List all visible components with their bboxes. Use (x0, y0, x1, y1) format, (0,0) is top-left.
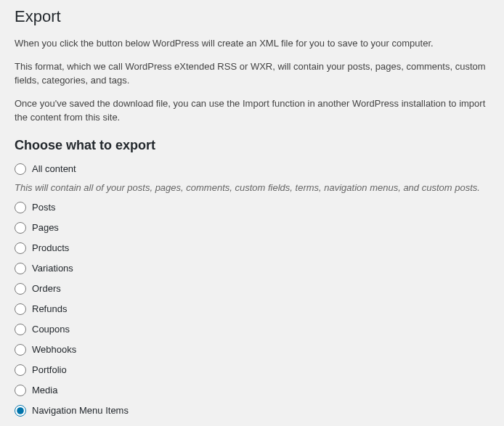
radio-posts[interactable] (15, 202, 26, 213)
radio-label-orders[interactable]: Orders (32, 283, 61, 294)
radio-label-webhooks[interactable]: Webhooks (32, 344, 76, 355)
radio-variations[interactable] (15, 263, 26, 274)
radio-label-products[interactable]: Products (32, 242, 69, 253)
radio-label-navigation-menu-items[interactable]: Navigation Menu Items (32, 405, 129, 416)
radio-refunds[interactable] (15, 303, 26, 315)
radio-label-portfolio[interactable]: Portfolio (32, 364, 67, 375)
radio-coupons[interactable] (15, 324, 26, 335)
radio-webhooks[interactable] (15, 344, 26, 356)
radio-label-refunds[interactable]: Refunds (32, 303, 67, 314)
radio-navigation-menu-items[interactable] (15, 405, 26, 417)
choose-heading: Choose what to export (15, 138, 489, 153)
radio-portfolio[interactable] (15, 364, 26, 376)
intro-paragraph-3: Once you've saved the download file, you… (15, 97, 489, 125)
intro-paragraph-1: When you click the button below WordPres… (15, 36, 489, 51)
radio-label-media[interactable]: Media (32, 385, 57, 396)
radio-orders[interactable] (15, 283, 26, 295)
radio-label-pages[interactable]: Pages (32, 222, 59, 233)
radio-products[interactable] (15, 242, 26, 254)
all-content-hint: This will contain all of your posts, pag… (15, 182, 489, 193)
radio-pages[interactable] (15, 222, 26, 234)
radio-label-posts[interactable]: Posts (32, 202, 56, 213)
radio-label-variations[interactable]: Variations (32, 263, 73, 274)
page-title: Export (15, 7, 489, 26)
radio-label-coupons[interactable]: Coupons (32, 324, 70, 335)
intro-paragraph-2: This format, which we call WordPress eXt… (15, 60, 489, 88)
radio-all-content[interactable] (15, 163, 26, 175)
radio-label-all-content[interactable]: All content (32, 163, 76, 174)
radio-media[interactable] (15, 385, 26, 396)
